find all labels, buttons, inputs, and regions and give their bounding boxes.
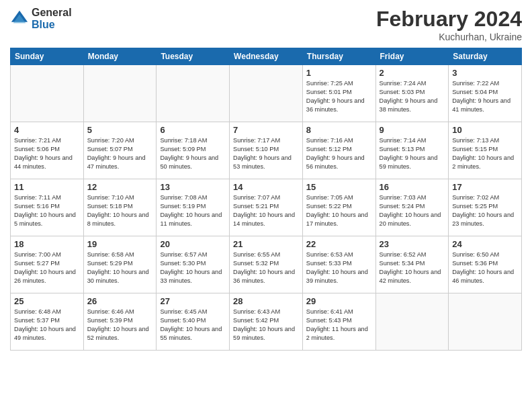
- day-info: Sunrise: 6:50 AMSunset: 5:36 PMDaylight:…: [452, 250, 518, 285]
- month-title: February 2024: [376, 7, 522, 32]
- day-info: Sunrise: 7:11 AMSunset: 5:16 PMDaylight:…: [14, 193, 80, 228]
- calendar-cell: 1Sunrise: 7:25 AMSunset: 5:01 PMDaylight…: [302, 65, 375, 122]
- day-number: 15: [306, 182, 372, 192]
- col-wednesday: Wednesday: [230, 48, 303, 65]
- day-info: Sunrise: 6:52 AMSunset: 5:34 PMDaylight:…: [380, 250, 445, 285]
- calendar-week-2: 4Sunrise: 7:21 AMSunset: 5:06 PMDaylight…: [11, 122, 522, 179]
- day-info: Sunrise: 6:46 AMSunset: 5:39 PMDaylight:…: [87, 308, 153, 342]
- day-info: Sunrise: 7:13 AMSunset: 5:15 PMDaylight:…: [452, 136, 518, 171]
- day-info: Sunrise: 7:18 AMSunset: 5:09 PMDaylight:…: [160, 136, 226, 171]
- calendar-cell: 14Sunrise: 7:07 AMSunset: 5:21 PMDayligh…: [230, 179, 303, 236]
- day-number: 28: [233, 296, 299, 306]
- calendar-cell: 9Sunrise: 7:14 AMSunset: 5:13 PMDaylight…: [375, 122, 449, 179]
- calendar-cell: 16Sunrise: 7:03 AMSunset: 5:24 PMDayligh…: [375, 179, 449, 236]
- day-info: Sunrise: 7:22 AMSunset: 5:04 PMDaylight:…: [452, 79, 518, 114]
- day-number: 1: [306, 68, 372, 78]
- calendar-week-5: 25Sunrise: 6:48 AMSunset: 5:37 PMDayligh…: [11, 293, 522, 351]
- day-number: 23: [380, 239, 445, 249]
- calendar-cell: 17Sunrise: 7:02 AMSunset: 5:25 PMDayligh…: [449, 179, 522, 236]
- day-info: Sunrise: 7:20 AMSunset: 5:07 PMDaylight:…: [87, 136, 153, 171]
- day-number: 3: [452, 68, 518, 78]
- col-thursday: Thursday: [302, 48, 375, 65]
- calendar-cell: 5Sunrise: 7:20 AMSunset: 5:07 PMDaylight…: [83, 122, 157, 179]
- day-number: 11: [14, 182, 80, 192]
- day-info: Sunrise: 7:25 AMSunset: 5:01 PMDaylight:…: [306, 79, 372, 114]
- day-number: 7: [233, 125, 299, 135]
- calendar-cell: 24Sunrise: 6:50 AMSunset: 5:36 PMDayligh…: [449, 236, 522, 293]
- calendar-cell: 28Sunrise: 6:43 AMSunset: 5:42 PMDayligh…: [230, 293, 303, 351]
- calendar-cell: 12Sunrise: 7:10 AMSunset: 5:18 PMDayligh…: [83, 179, 157, 236]
- calendar-cell: [83, 65, 157, 122]
- title-section: February 2024 Kuchurhan, Ukraine: [376, 7, 522, 42]
- day-number: 19: [87, 239, 153, 249]
- day-info: Sunrise: 7:16 AMSunset: 5:12 PMDaylight:…: [306, 136, 372, 171]
- day-number: 27: [160, 296, 226, 306]
- calendar-cell: [375, 293, 449, 351]
- day-info: Sunrise: 7:24 AMSunset: 5:03 PMDaylight:…: [380, 79, 445, 114]
- day-number: 24: [452, 239, 518, 249]
- day-info: Sunrise: 6:55 AMSunset: 5:32 PMDaylight:…: [233, 250, 299, 285]
- day-info: Sunrise: 7:05 AMSunset: 5:22 PMDaylight:…: [306, 193, 372, 228]
- logo-blue: Blue: [32, 19, 72, 31]
- day-number: 6: [160, 125, 226, 135]
- day-info: Sunrise: 6:57 AMSunset: 5:30 PMDaylight:…: [160, 250, 226, 285]
- day-info: Sunrise: 7:08 AMSunset: 5:19 PMDaylight:…: [160, 193, 226, 228]
- calendar-cell: [449, 293, 522, 351]
- col-friday: Friday: [375, 48, 449, 65]
- calendar-cell: [11, 65, 84, 122]
- day-number: 10: [452, 125, 518, 135]
- day-info: Sunrise: 7:10 AMSunset: 5:18 PMDaylight:…: [87, 193, 153, 228]
- col-sunday: Sunday: [11, 48, 84, 65]
- calendar-cell: [157, 65, 230, 122]
- day-number: 12: [87, 182, 153, 192]
- day-number: 4: [14, 125, 80, 135]
- calendar-cell: 25Sunrise: 6:48 AMSunset: 5:37 PMDayligh…: [11, 293, 84, 351]
- logo-general: General: [32, 7, 72, 19]
- calendar-cell: 19Sunrise: 6:58 AMSunset: 5:29 PMDayligh…: [83, 236, 157, 293]
- day-number: 17: [452, 182, 518, 192]
- day-number: 20: [160, 239, 226, 249]
- calendar-cell: 6Sunrise: 7:18 AMSunset: 5:09 PMDaylight…: [157, 122, 230, 179]
- calendar-cell: 7Sunrise: 7:17 AMSunset: 5:10 PMDaylight…: [230, 122, 303, 179]
- logo-text: General Blue: [32, 7, 72, 30]
- day-number: 16: [380, 182, 445, 192]
- day-info: Sunrise: 7:00 AMSunset: 5:27 PMDaylight:…: [14, 250, 80, 285]
- calendar-cell: 29Sunrise: 6:41 AMSunset: 5:43 PMDayligh…: [302, 293, 375, 351]
- day-number: 29: [306, 296, 372, 306]
- day-info: Sunrise: 6:45 AMSunset: 5:40 PMDaylight:…: [160, 308, 226, 342]
- day-number: 9: [380, 125, 445, 135]
- calendar: Sunday Monday Tuesday Wednesday Thursday…: [10, 48, 522, 351]
- day-number: 25: [14, 296, 80, 306]
- calendar-cell: 3Sunrise: 7:22 AMSunset: 5:04 PMDaylight…: [449, 65, 522, 122]
- col-tuesday: Tuesday: [157, 48, 230, 65]
- day-info: Sunrise: 6:41 AMSunset: 5:43 PMDaylight:…: [306, 308, 372, 342]
- day-info: Sunrise: 7:17 AMSunset: 5:10 PMDaylight:…: [233, 136, 299, 171]
- day-info: Sunrise: 7:21 AMSunset: 5:06 PMDaylight:…: [14, 136, 80, 171]
- calendar-week-4: 18Sunrise: 7:00 AMSunset: 5:27 PMDayligh…: [11, 236, 522, 293]
- day-info: Sunrise: 7:02 AMSunset: 5:25 PMDaylight:…: [452, 193, 518, 228]
- day-number: 2: [380, 68, 445, 78]
- calendar-cell: 2Sunrise: 7:24 AMSunset: 5:03 PMDaylight…: [375, 65, 449, 122]
- day-info: Sunrise: 6:53 AMSunset: 5:33 PMDaylight:…: [306, 250, 372, 285]
- col-monday: Monday: [83, 48, 157, 65]
- day-number: 18: [14, 239, 80, 249]
- calendar-cell: 10Sunrise: 7:13 AMSunset: 5:15 PMDayligh…: [449, 122, 522, 179]
- header: General Blue February 2024 Kuchurhan, Uk…: [10, 7, 522, 42]
- calendar-cell: [230, 65, 303, 122]
- calendar-cell: 23Sunrise: 6:52 AMSunset: 5:34 PMDayligh…: [375, 236, 449, 293]
- calendar-week-3: 11Sunrise: 7:11 AMSunset: 5:16 PMDayligh…: [11, 179, 522, 236]
- day-number: 13: [160, 182, 226, 192]
- day-number: 8: [306, 125, 372, 135]
- calendar-cell: 13Sunrise: 7:08 AMSunset: 5:19 PMDayligh…: [157, 179, 230, 236]
- day-number: 5: [87, 125, 153, 135]
- calendar-cell: 21Sunrise: 6:55 AMSunset: 5:32 PMDayligh…: [230, 236, 303, 293]
- calendar-cell: 27Sunrise: 6:45 AMSunset: 5:40 PMDayligh…: [157, 293, 230, 351]
- day-number: 14: [233, 182, 299, 192]
- calendar-cell: 20Sunrise: 6:57 AMSunset: 5:30 PMDayligh…: [157, 236, 230, 293]
- location: Kuchurhan, Ukraine: [376, 32, 522, 42]
- day-number: 22: [306, 239, 372, 249]
- day-info: Sunrise: 7:14 AMSunset: 5:13 PMDaylight:…: [380, 136, 445, 171]
- day-info: Sunrise: 7:03 AMSunset: 5:24 PMDaylight:…: [380, 193, 445, 228]
- page: General Blue February 2024 Kuchurhan, Uk…: [0, 0, 532, 411]
- calendar-week-1: 1Sunrise: 7:25 AMSunset: 5:01 PMDaylight…: [11, 65, 522, 122]
